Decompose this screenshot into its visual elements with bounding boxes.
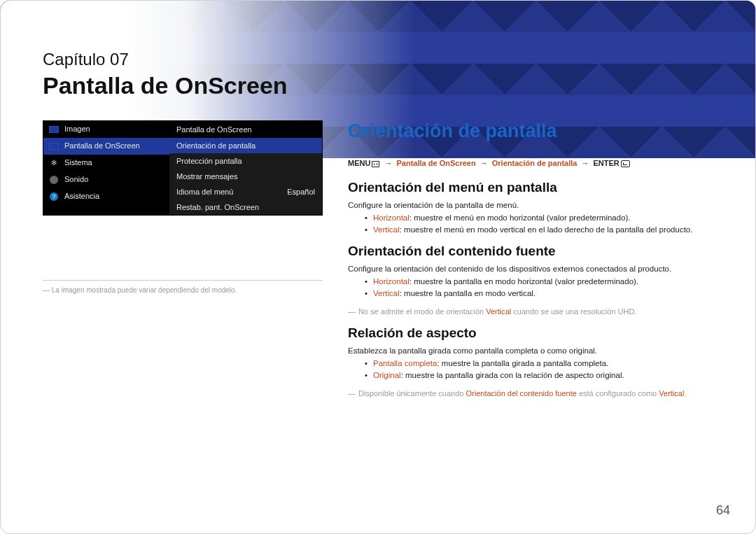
panel-row-label: Restab. pant. OnScreen — [176, 203, 259, 211]
bullet-rest: : muestre el menú en modo horizontal (va… — [410, 213, 631, 222]
menu-item-label: Sistema — [64, 158, 92, 167]
menu-item-sonido: Sonido — [43, 171, 169, 188]
sub2-intro: Configure la orientación del contenido d… — [348, 265, 720, 273]
panel-row-orientacion: Orientación de pantalla — [169, 138, 322, 153]
chapter-number: Capítulo 07 — [43, 50, 713, 69]
sub1-intro: Configure la orientación de la pantalla … — [348, 201, 720, 209]
menu-left-list: Imagen Pantalla de OnScreen ✻ Sistema So… — [43, 121, 169, 215]
menu-item-label: Pantalla de OnScreen — [64, 141, 140, 150]
help-icon: ? — [49, 192, 59, 201]
panel-row-idioma: Idioma del menú Español — [169, 184, 322, 199]
note-post: cuando se use una resolución UHD. — [511, 307, 636, 316]
bullet-keyword: Horizontal — [373, 213, 410, 222]
image-disclaimer: ― La imagen mostrada puede variar depend… — [43, 286, 323, 294]
bullet-keyword: Pantalla completa — [373, 359, 437, 367]
menu-right-panel: Pantalla de OnScreen Orientación de pant… — [169, 121, 322, 215]
panel-row-restab: Restab. pant. OnScreen — [169, 199, 322, 215]
bullet: Pantalla completa: muestre la pantalla g… — [365, 359, 720, 367]
panel-title: Pantalla de OnScreen — [169, 121, 322, 138]
path-seg2: Orientación de pantalla — [492, 159, 578, 167]
menu-item-onscreen: Pantalla de OnScreen — [43, 138, 169, 155]
left-column: Imagen Pantalla de OnScreen ✻ Sistema So… — [43, 120, 323, 407]
sub3-bullets: Pantalla completa: muestre la pantalla g… — [365, 359, 720, 379]
left-note-rule — [43, 280, 323, 281]
arrow-icon: → — [581, 159, 589, 167]
sub2-note: ―No se admite el modo de orientación Ver… — [348, 307, 720, 316]
nav-path: MENU → Pantalla de OnScreen → Orientació… — [348, 159, 720, 167]
content-row: Imagen Pantalla de OnScreen ✻ Sistema So… — [1, 99, 755, 407]
bullet-keyword: Vertical — [373, 225, 400, 234]
chapter-title: Pantalla de OnScreen — [43, 72, 713, 99]
onscreen-icon — [49, 142, 59, 150]
bullet-rest: : muestre el menú en modo vertical en el… — [400, 225, 693, 234]
bullet-rest: : muestre la pantalla girada con la rela… — [401, 371, 624, 379]
note-post: . — [684, 389, 686, 398]
menu-item-asistencia: ? Asistencia — [43, 188, 169, 205]
bullet: Vertical: muestre la pantalla en modo ve… — [365, 289, 720, 297]
right-column: Orientación de pantalla MENU → Pantalla … — [348, 120, 727, 407]
gear-icon: ✻ — [49, 159, 59, 167]
subhead-aspect-ratio: Relación de aspecto — [348, 325, 720, 341]
menu-grid-icon — [372, 161, 379, 167]
path-menu-label: MENU — [348, 159, 370, 167]
panel-row-label: Idioma del menú — [176, 188, 233, 196]
panel-row-label: Protección pantalla — [176, 157, 242, 165]
bullet-rest: : muestre la pantalla en modo vertical. — [400, 289, 536, 297]
arrow-icon: → — [384, 159, 392, 167]
arrow-icon: → — [480, 159, 488, 167]
picture-icon — [49, 125, 59, 134]
panel-row-value: Español — [287, 188, 315, 196]
bullet-rest: : muestre la pantalla girada a pantalla … — [437, 359, 608, 367]
menu-item-label: Asistencia — [64, 192, 99, 201]
bullet: Vertical: muestre el menú en modo vertic… — [365, 225, 720, 234]
sub2-bullets: Horizontal: muestre la pantalla en modo … — [365, 277, 720, 297]
page: Capítulo 07 Pantalla de OnScreen Imagen … — [0, 0, 756, 534]
subhead-menu-orientation: Orientación del menú en pantalla — [348, 180, 720, 195]
bullet-keyword: Horizontal — [373, 277, 410, 286]
note-dash-icon: ― — [348, 389, 356, 398]
panel-row-label: Orientación de pantalla — [176, 141, 255, 150]
bullet-keyword: Original — [373, 371, 401, 379]
enter-icon — [621, 160, 630, 167]
speaker-icon — [49, 176, 59, 184]
panel-row-mostrar: Mostrar mensajes — [169, 169, 322, 184]
bullet-keyword: Vertical — [373, 289, 400, 297]
page-number: 64 — [716, 503, 730, 518]
note-dash-icon: ― — [348, 307, 356, 316]
panel-row-proteccion: Protección pantalla — [169, 153, 322, 169]
header: Capítulo 07 Pantalla de OnScreen — [1, 1, 755, 99]
note-mid: está configurado como — [577, 389, 659, 398]
bullet: Horizontal: muestre el menú en modo hori… — [365, 213, 720, 222]
section-title: Orientación de pantalla — [348, 120, 720, 142]
path-seg1: Pantalla de OnScreen — [397, 159, 476, 167]
note-keyword: Vertical — [659, 389, 684, 398]
note-keyword: Vertical — [486, 307, 511, 316]
path-enter-label: ENTER — [594, 159, 620, 167]
menu-item-sistema: ✻ Sistema — [43, 155, 169, 171]
subhead-source-orientation: Orientación del contenido fuente — [348, 244, 720, 259]
note-keyword: Orientación del contenido fuente — [466, 389, 577, 398]
bullet: Horizontal: muestre la pantalla en modo … — [365, 277, 720, 286]
menu-item-label: Sonido — [64, 175, 88, 184]
panel-row-label: Mostrar mensajes — [176, 172, 237, 181]
note-pre: Disponible únicamente cuando — [358, 389, 466, 398]
sub3-note: ―Disponible únicamente cuando Orientació… — [348, 389, 720, 398]
bullet: Original: muestre la pantalla girada con… — [365, 371, 720, 379]
note-pre: No se admite el modo de orientación — [358, 307, 486, 316]
menu-screenshot: Imagen Pantalla de OnScreen ✻ Sistema So… — [43, 120, 323, 216]
sub3-intro: Establezca la pantalla girada como panta… — [348, 346, 720, 355]
sub1-bullets: Horizontal: muestre el menú en modo hori… — [365, 213, 720, 234]
menu-item-imagen: Imagen — [43, 121, 169, 138]
menu-item-label: Imagen — [64, 125, 90, 134]
bullet-rest: : muestre la pantalla en modo horizontal… — [410, 277, 638, 286]
